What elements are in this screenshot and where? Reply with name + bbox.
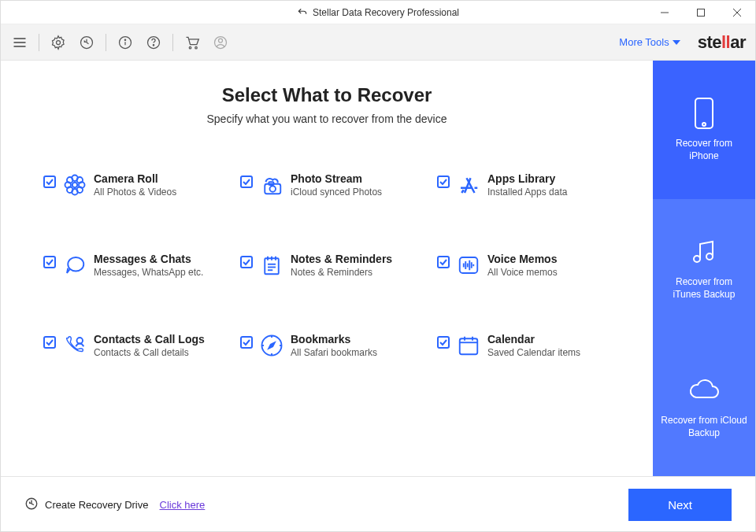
option-text: Messages & Chats Messages, WhatsApp etc. xyxy=(94,253,203,278)
menu-icon[interactable] xyxy=(10,33,29,52)
phone-contact-icon xyxy=(62,333,87,358)
checkbox[interactable] xyxy=(240,256,253,268)
svg-point-13 xyxy=(153,44,154,45)
separator xyxy=(39,34,39,51)
option-sub: iCloud synced Photos xyxy=(291,187,382,198)
option-notes[interactable]: Notes & Reminders Notes & Reminders xyxy=(240,253,413,278)
history-icon[interactable] xyxy=(77,33,96,52)
option-photo-stream[interactable]: Photo Stream iCloud synced Photos xyxy=(240,172,413,198)
option-camera-roll[interactable]: Camera Roll All Photos & Videos xyxy=(43,172,217,198)
svg-line-35 xyxy=(461,190,464,193)
title-bar: Stellar Data Recovery Professional xyxy=(1,1,755,24)
user-icon[interactable] xyxy=(211,33,230,52)
separator xyxy=(106,34,106,51)
toolbar: More Tools stellar xyxy=(1,24,755,61)
checkbox[interactable] xyxy=(43,336,56,349)
option-title: Camera Roll xyxy=(94,172,176,185)
sidebar-label: Recover from iCloud Backup xyxy=(661,415,747,439)
checkbox[interactable] xyxy=(437,175,450,188)
svg-marker-18 xyxy=(673,40,680,45)
svg-point-15 xyxy=(195,46,198,48)
option-text: Photo Stream iCloud synced Photos xyxy=(291,172,382,198)
svg-point-69 xyxy=(694,256,700,262)
svg-point-68 xyxy=(702,123,706,126)
option-contacts[interactable]: Contacts & Call Logs Contacts & Call det… xyxy=(43,333,217,358)
chat-bubble-icon xyxy=(62,253,87,278)
option-sub: Messages, WhatsApp etc. xyxy=(94,267,203,278)
option-title: Voice Memos xyxy=(487,253,558,265)
voice-wave-icon xyxy=(456,253,481,278)
option-text: Calendar Saved Calendar items xyxy=(487,333,580,358)
toolbar-right: More Tools stellar xyxy=(619,32,746,53)
more-tools-label: More Tools xyxy=(619,36,669,48)
option-text: Contacts & Call Logs Contacts & Call det… xyxy=(94,333,205,358)
back-arrow-icon xyxy=(297,7,308,18)
recovery-options-grid: Camera Roll All Photos & Videos Photo St… xyxy=(43,172,610,358)
option-text: Bookmarks All Safari bookmarks xyxy=(291,333,377,358)
option-calendar[interactable]: Calendar Saved Calendar items xyxy=(437,333,610,358)
calendar-icon xyxy=(456,333,481,358)
flower-icon xyxy=(62,172,87,198)
minimize-button[interactable] xyxy=(647,1,683,24)
sidebar-item-icloud[interactable]: Recover from iCloud Backup xyxy=(653,338,755,476)
option-title: Messages & Chats xyxy=(94,253,203,265)
option-voice-memos[interactable]: Voice Memos All Voice memos xyxy=(437,253,610,278)
svg-point-11 xyxy=(124,39,125,40)
notepad-icon xyxy=(259,253,284,278)
option-messages[interactable]: Messages & Chats Messages, WhatsApp etc. xyxy=(43,253,217,278)
music-note-icon xyxy=(690,235,718,268)
stellar-logo: stellar xyxy=(698,32,746,53)
footer: Create Recovery Drive Click here Next xyxy=(1,476,755,532)
next-button[interactable]: Next xyxy=(628,489,732,521)
page-heading: Select What to Recover xyxy=(222,84,432,106)
sidebar-item-itunes[interactable]: Recover from iTunes Backup xyxy=(653,199,755,338)
info-icon[interactable] xyxy=(116,33,135,52)
click-here-link[interactable]: Click here xyxy=(160,499,206,511)
svg-point-7 xyxy=(57,40,61,44)
body-area: Select What to Recover Specify what you … xyxy=(1,61,755,476)
checkbox[interactable] xyxy=(437,336,450,349)
option-sub: All Safari bookmarks xyxy=(291,347,377,358)
separator xyxy=(172,34,173,51)
close-button[interactable] xyxy=(719,1,755,24)
option-sub: All Voice memos xyxy=(487,267,558,278)
maximize-button[interactable] xyxy=(683,1,719,24)
svg-point-14 xyxy=(189,46,191,48)
svg-point-17 xyxy=(219,39,223,42)
option-title: Photo Stream xyxy=(291,172,382,185)
gear-icon[interactable] xyxy=(49,33,68,52)
recovery-drive-icon xyxy=(24,497,39,513)
option-sub: Contacts & Call details xyxy=(94,347,205,358)
option-text: Voice Memos All Voice memos xyxy=(487,253,558,278)
svg-rect-36 xyxy=(265,258,279,274)
option-title: Calendar xyxy=(487,333,580,345)
svg-rect-57 xyxy=(460,338,478,354)
sidebar-label: Recover from iTunes Backup xyxy=(661,276,747,301)
page-subtitle: Specify what you want to recover from th… xyxy=(206,113,447,125)
appstore-icon xyxy=(456,172,481,198)
svg-point-50 xyxy=(77,338,83,344)
checkbox[interactable] xyxy=(240,336,253,349)
cart-icon[interactable] xyxy=(183,33,202,52)
option-title: Contacts & Call Logs xyxy=(94,333,205,345)
svg-marker-52 xyxy=(269,342,275,349)
option-bookmarks[interactable]: Bookmarks All Safari bookmarks xyxy=(240,333,413,358)
checkbox[interactable] xyxy=(240,175,253,188)
option-apps-library[interactable]: Apps Library Installed Apps data xyxy=(437,172,610,198)
iphone-icon xyxy=(693,97,715,130)
svg-point-19 xyxy=(72,183,77,187)
checkbox[interactable] xyxy=(43,256,56,268)
footer-left: Create Recovery Drive Click here xyxy=(24,497,205,513)
checkbox[interactable] xyxy=(43,175,56,188)
option-title: Bookmarks xyxy=(291,333,377,345)
more-tools-dropdown[interactable]: More Tools xyxy=(619,36,680,48)
chevron-down-icon xyxy=(673,39,680,46)
option-text: Notes & Reminders Notes & Reminders xyxy=(291,253,392,278)
checkbox[interactable] xyxy=(437,256,450,268)
help-icon[interactable] xyxy=(144,33,163,52)
cloud-camera-icon xyxy=(259,172,284,198)
window-title-area: Stellar Data Recovery Professional xyxy=(297,7,459,18)
option-sub: All Photos & Videos xyxy=(94,187,176,198)
sidebar-item-iphone[interactable]: Recover from iPhone xyxy=(653,61,755,199)
option-sub: Installed Apps data xyxy=(487,187,567,198)
